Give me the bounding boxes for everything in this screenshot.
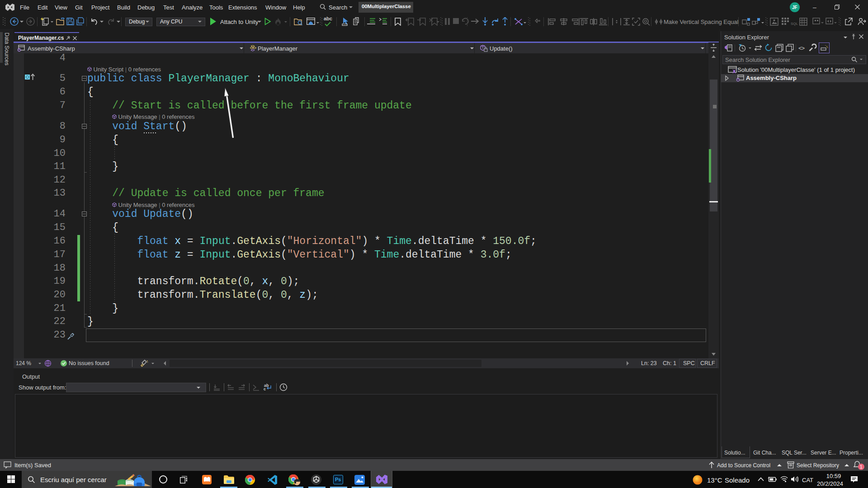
svg-text:c: c [264,387,266,391]
